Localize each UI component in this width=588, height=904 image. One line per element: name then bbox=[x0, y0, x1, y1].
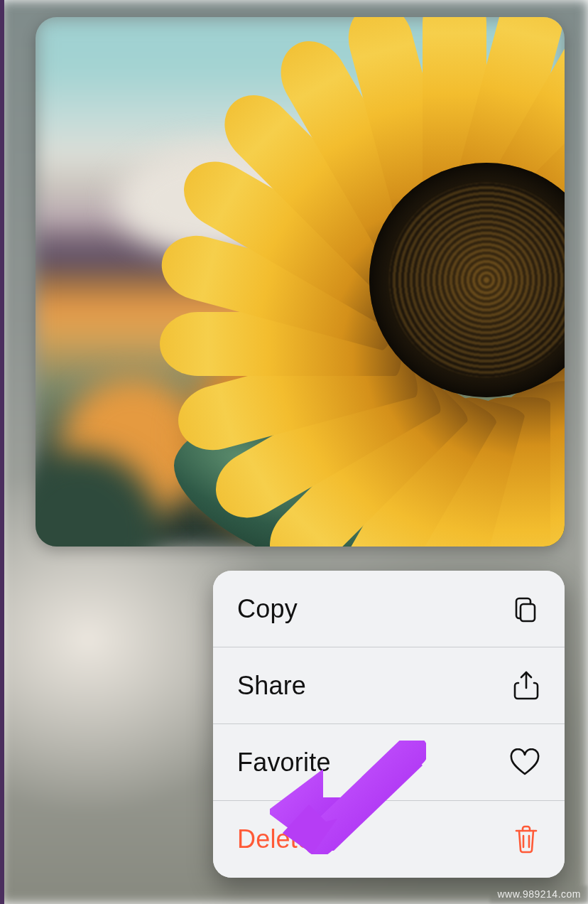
context-menu: Copy Share Favorite Delete bbox=[213, 571, 565, 878]
copy-icon bbox=[511, 594, 540, 624]
share-icon bbox=[512, 670, 540, 701]
menu-item-copy[interactable]: Copy bbox=[213, 571, 565, 647]
menu-item-delete[interactable]: Delete bbox=[213, 801, 565, 878]
watermark: www.989214.com bbox=[497, 888, 581, 900]
menu-item-share[interactable]: Share bbox=[213, 647, 565, 724]
photo-preview[interactable] bbox=[36, 17, 565, 547]
menu-item-label: Delete bbox=[237, 824, 312, 854]
menu-item-label: Copy bbox=[237, 594, 298, 624]
trash-icon bbox=[512, 824, 540, 855]
menu-item-favorite[interactable]: Favorite bbox=[213, 724, 565, 801]
sunflower bbox=[252, 45, 565, 515]
menu-item-label: Favorite bbox=[237, 748, 331, 777]
svg-rect-0 bbox=[521, 604, 535, 621]
heart-icon bbox=[509, 748, 540, 777]
menu-item-label: Share bbox=[237, 671, 306, 701]
